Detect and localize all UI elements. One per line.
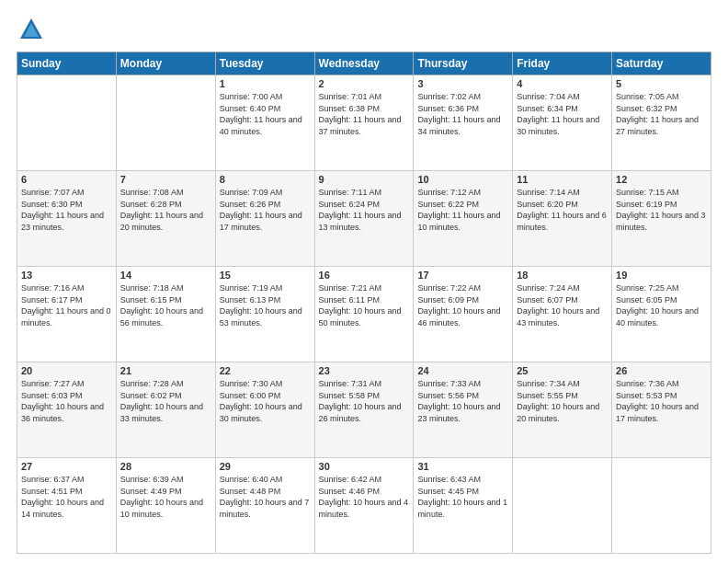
calendar-cell: 29Sunrise: 6:40 AM Sunset: 4:48 PM Dayli…: [215, 458, 314, 554]
calendar-cell: 10Sunrise: 7:12 AM Sunset: 6:22 PM Dayli…: [414, 171, 513, 267]
header: [17, 17, 711, 42]
day-info: Sunrise: 7:15 AM Sunset: 6:19 PM Dayligh…: [616, 187, 707, 233]
day-info: Sunrise: 7:02 AM Sunset: 6:36 PM Dayligh…: [417, 91, 508, 137]
calendar-cell: [17, 75, 117, 171]
day-info: Sunrise: 7:36 AM Sunset: 5:53 PM Dayligh…: [616, 378, 707, 424]
calendar-cell: 8Sunrise: 7:09 AM Sunset: 6:26 PM Daylig…: [215, 171, 314, 267]
day-number: 30: [319, 461, 410, 472]
day-info: Sunrise: 7:25 AM Sunset: 6:05 PM Dayligh…: [616, 282, 707, 328]
calendar-cell: 30Sunrise: 6:42 AM Sunset: 4:46 PM Dayli…: [314, 458, 414, 554]
calendar-cell: 24Sunrise: 7:33 AM Sunset: 5:56 PM Dayli…: [414, 362, 513, 458]
day-number: 14: [120, 270, 211, 281]
day-info: Sunrise: 7:19 AM Sunset: 6:13 PM Dayligh…: [220, 282, 311, 328]
day-number: 11: [517, 174, 608, 185]
calendar-week-row: 13Sunrise: 7:16 AM Sunset: 6:17 PM Dayli…: [17, 267, 711, 362]
day-info: Sunrise: 7:34 AM Sunset: 5:55 PM Dayligh…: [517, 378, 608, 424]
logo: [17, 17, 44, 42]
logo-icon: [18, 17, 44, 42]
day-info: Sunrise: 7:16 AM Sunset: 6:17 PM Dayligh…: [21, 282, 112, 328]
day-number: 26: [616, 365, 707, 376]
day-number: 23: [319, 365, 410, 376]
day-number: 21: [120, 365, 211, 376]
day-info: Sunrise: 7:33 AM Sunset: 5:56 PM Dayligh…: [417, 378, 508, 424]
day-number: 2: [319, 78, 410, 89]
calendar-cell: 27Sunrise: 6:37 AM Sunset: 4:51 PM Dayli…: [17, 458, 117, 554]
page: SundayMondayTuesdayWednesdayThursdayFrid…: [0, 0, 728, 563]
weekday-header: Monday: [116, 52, 215, 75]
day-info: Sunrise: 7:04 AM Sunset: 6:34 PM Dayligh…: [517, 91, 608, 137]
calendar-cell: 4Sunrise: 7:04 AM Sunset: 6:34 PM Daylig…: [513, 75, 612, 171]
calendar-cell: 13Sunrise: 7:16 AM Sunset: 6:17 PM Dayli…: [17, 267, 117, 362]
calendar-cell: 26Sunrise: 7:36 AM Sunset: 5:53 PM Dayli…: [612, 362, 711, 458]
calendar-cell: 11Sunrise: 7:14 AM Sunset: 6:20 PM Dayli…: [513, 171, 612, 267]
day-info: Sunrise: 7:11 AM Sunset: 6:24 PM Dayligh…: [319, 187, 410, 233]
day-number: 15: [220, 270, 311, 281]
calendar-week-row: 6Sunrise: 7:07 AM Sunset: 6:30 PM Daylig…: [17, 171, 711, 267]
day-info: Sunrise: 6:40 AM Sunset: 4:48 PM Dayligh…: [220, 474, 311, 520]
calendar-cell: 25Sunrise: 7:34 AM Sunset: 5:55 PM Dayli…: [513, 362, 612, 458]
calendar-week-row: 20Sunrise: 7:27 AM Sunset: 6:03 PM Dayli…: [17, 362, 711, 458]
calendar-table: SundayMondayTuesdayWednesdayThursdayFrid…: [17, 52, 711, 554]
day-info: Sunrise: 7:12 AM Sunset: 6:22 PM Dayligh…: [417, 187, 508, 233]
day-number: 31: [417, 461, 508, 472]
day-number: 24: [417, 365, 508, 376]
day-number: 25: [517, 365, 608, 376]
day-info: Sunrise: 6:42 AM Sunset: 4:46 PM Dayligh…: [319, 474, 410, 520]
day-number: 3: [417, 78, 508, 89]
day-number: 29: [220, 461, 311, 472]
calendar-cell: 20Sunrise: 7:27 AM Sunset: 6:03 PM Dayli…: [17, 362, 117, 458]
day-number: 4: [517, 78, 608, 89]
day-number: 28: [120, 461, 211, 472]
day-info: Sunrise: 7:00 AM Sunset: 6:40 PM Dayligh…: [220, 91, 311, 137]
day-info: Sunrise: 7:05 AM Sunset: 6:32 PM Dayligh…: [616, 91, 707, 137]
day-info: Sunrise: 7:08 AM Sunset: 6:28 PM Dayligh…: [120, 187, 211, 233]
day-info: Sunrise: 7:21 AM Sunset: 6:11 PM Dayligh…: [319, 282, 410, 328]
calendar-cell: 6Sunrise: 7:07 AM Sunset: 6:30 PM Daylig…: [17, 171, 117, 267]
day-number: 27: [21, 461, 112, 472]
day-number: 7: [120, 174, 211, 185]
day-number: 6: [21, 174, 112, 185]
day-info: Sunrise: 6:39 AM Sunset: 4:49 PM Dayligh…: [120, 474, 211, 520]
calendar-cell: 23Sunrise: 7:31 AM Sunset: 5:58 PM Dayli…: [314, 362, 414, 458]
day-number: 22: [220, 365, 311, 376]
calendar-cell: [612, 458, 711, 554]
calendar-cell: 17Sunrise: 7:22 AM Sunset: 6:09 PM Dayli…: [414, 267, 513, 362]
day-number: 9: [319, 174, 410, 185]
weekday-header: Wednesday: [314, 52, 414, 75]
day-number: 8: [220, 174, 311, 185]
calendar-cell: 31Sunrise: 6:43 AM Sunset: 4:45 PM Dayli…: [414, 458, 513, 554]
day-info: Sunrise: 7:01 AM Sunset: 6:38 PM Dayligh…: [319, 91, 410, 137]
calendar-week-row: 27Sunrise: 6:37 AM Sunset: 4:51 PM Dayli…: [17, 458, 711, 554]
day-number: 20: [21, 365, 112, 376]
day-number: 5: [616, 78, 707, 89]
calendar-cell: 14Sunrise: 7:18 AM Sunset: 6:15 PM Dayli…: [116, 267, 215, 362]
day-info: Sunrise: 7:14 AM Sunset: 6:20 PM Dayligh…: [517, 187, 608, 233]
calendar-cell: 15Sunrise: 7:19 AM Sunset: 6:13 PM Dayli…: [215, 267, 314, 362]
day-number: 19: [616, 270, 707, 281]
day-info: Sunrise: 6:37 AM Sunset: 4:51 PM Dayligh…: [21, 474, 112, 520]
day-number: 18: [517, 270, 608, 281]
weekday-header: Saturday: [612, 52, 711, 75]
day-number: 10: [417, 174, 508, 185]
calendar-cell: 12Sunrise: 7:15 AM Sunset: 6:19 PM Dayli…: [612, 171, 711, 267]
day-info: Sunrise: 7:30 AM Sunset: 6:00 PM Dayligh…: [220, 378, 311, 424]
calendar-cell: [513, 458, 612, 554]
day-info: Sunrise: 7:28 AM Sunset: 6:02 PM Dayligh…: [120, 378, 211, 424]
weekday-header: Friday: [513, 52, 612, 75]
day-number: 1: [220, 78, 311, 89]
calendar-cell: 18Sunrise: 7:24 AM Sunset: 6:07 PM Dayli…: [513, 267, 612, 362]
day-info: Sunrise: 7:31 AM Sunset: 5:58 PM Dayligh…: [319, 378, 410, 424]
calendar-cell: 5Sunrise: 7:05 AM Sunset: 6:32 PM Daylig…: [612, 75, 711, 171]
calendar-cell: 19Sunrise: 7:25 AM Sunset: 6:05 PM Dayli…: [612, 267, 711, 362]
day-info: Sunrise: 7:24 AM Sunset: 6:07 PM Dayligh…: [517, 282, 608, 328]
calendar-cell: 3Sunrise: 7:02 AM Sunset: 6:36 PM Daylig…: [414, 75, 513, 171]
calendar-cell: 7Sunrise: 7:08 AM Sunset: 6:28 PM Daylig…: [116, 171, 215, 267]
weekday-header: Sunday: [17, 52, 117, 75]
day-number: 16: [319, 270, 410, 281]
calendar-cell: 21Sunrise: 7:28 AM Sunset: 6:02 PM Dayli…: [116, 362, 215, 458]
day-number: 17: [417, 270, 508, 281]
calendar-header-row: SundayMondayTuesdayWednesdayThursdayFrid…: [17, 52, 711, 75]
day-info: Sunrise: 7:09 AM Sunset: 6:26 PM Dayligh…: [220, 187, 311, 233]
calendar-cell: 22Sunrise: 7:30 AM Sunset: 6:00 PM Dayli…: [215, 362, 314, 458]
day-info: Sunrise: 6:43 AM Sunset: 4:45 PM Dayligh…: [417, 474, 508, 520]
